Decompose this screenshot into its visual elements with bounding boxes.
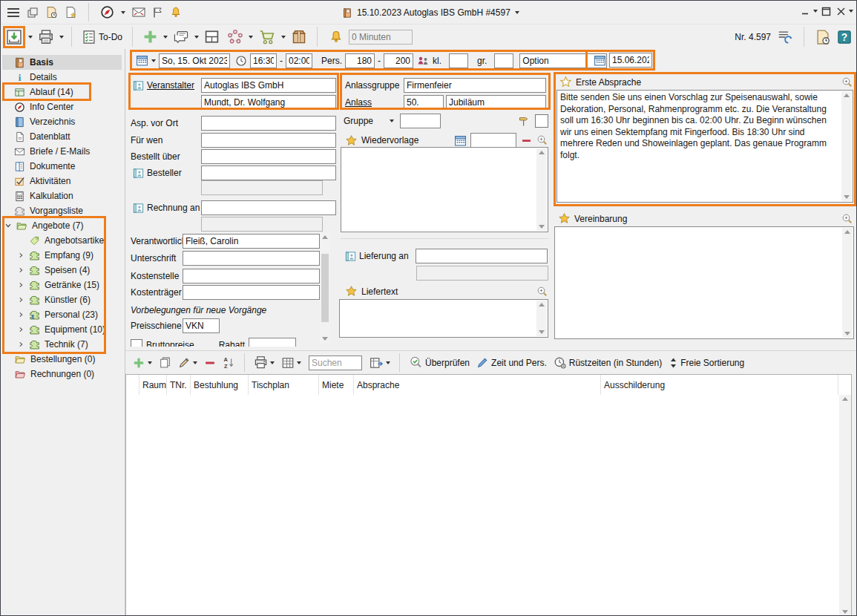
- contact-card-icon[interactable]: [345, 251, 356, 262]
- doc-history-icon[interactable]: [815, 29, 831, 45]
- chevron-right-icon[interactable]: [19, 312, 24, 318]
- gr-input[interactable]: [494, 53, 513, 68]
- magnifier-plus-icon[interactable]: [536, 134, 548, 146]
- preisschiene-input[interactable]: [183, 318, 220, 333]
- besteller-label[interactable]: Besteller: [147, 168, 201, 178]
- pers-from-input[interactable]: [345, 53, 375, 68]
- besteller-input[interactable]: [201, 166, 336, 180]
- kostentraeger-input[interactable]: [183, 285, 320, 300]
- chevron-right-icon[interactable]: [19, 252, 24, 258]
- package-button[interactable]: [289, 27, 309, 47]
- liefertext-textarea[interactable]: [339, 299, 548, 338]
- column-header-miete[interactable]: Miete: [319, 375, 354, 395]
- wiedervorlage-date-input[interactable]: [470, 133, 516, 148]
- anlass-input[interactable]: [446, 95, 546, 110]
- recent-doc-icon[interactable]: [45, 6, 58, 19]
- rechnung-label[interactable]: Rechnung an: [147, 203, 201, 213]
- favorite-doc-icon[interactable]: [65, 6, 77, 19]
- close-button[interactable]: [834, 4, 847, 18]
- event-date-input[interactable]: [159, 53, 230, 68]
- scroll-up-arrow[interactable]: [539, 151, 545, 154]
- scroll-up-arrow[interactable]: [842, 397, 848, 401]
- option-calendar-icon[interactable]: [594, 54, 606, 67]
- free-sort-button[interactable]: Freie Sortierung: [666, 355, 746, 370]
- calendar-icon[interactable]: [136, 54, 148, 67]
- sidebar-item-getraenke[interactable]: Getränke (15): [2, 278, 122, 292]
- scroll-up-arrow[interactable]: [322, 235, 328, 239]
- list-delete-button[interactable]: [202, 355, 218, 370]
- table-scrollbar[interactable]: [839, 395, 851, 616]
- list-add-button[interactable]: [130, 355, 154, 371]
- vereinbarung-scrollbar[interactable]: [842, 228, 853, 338]
- notes-dropdown-caret[interactable]: [194, 36, 199, 39]
- rabatt-input[interactable]: [249, 338, 296, 347]
- zeit-pers-button[interactable]: Zeit und Pers.: [474, 355, 549, 370]
- sidebar-item-dokumente[interactable]: Dokumente: [2, 159, 122, 174]
- restore-button[interactable]: [819, 4, 833, 18]
- sidebar-item-verzeichnis[interactable]: Verzeichnis: [2, 114, 122, 129]
- export-dropdown-caret[interactable]: [386, 361, 390, 364]
- contact-card-icon[interactable]: [133, 168, 144, 179]
- save-dropdown-caret[interactable]: [28, 36, 33, 39]
- add-dropdown-caret[interactable]: [163, 36, 168, 39]
- flag-icon[interactable]: [152, 7, 163, 19]
- magnifier-plus-icon[interactable]: [841, 76, 853, 88]
- column-header-bestuhlung[interactable]: Bestuhlung: [191, 375, 249, 395]
- liefertext-scrollbar[interactable]: [536, 301, 547, 336]
- print-dropdown-caret[interactable]: [270, 361, 275, 364]
- sidebar-item-rechnungen[interactable]: Rechnungen (0): [2, 367, 122, 381]
- chevron-right-icon[interactable]: [19, 297, 24, 303]
- fuerwen-input[interactable]: [201, 133, 336, 148]
- scroll-down-arrow[interactable]: [539, 330, 545, 334]
- calendar-dropdown-caret[interactable]: [151, 59, 156, 62]
- timer-bell-icon[interactable]: [329, 30, 343, 44]
- workflow-button[interactable]: [225, 27, 246, 47]
- wiedervorlage-textarea[interactable]: [341, 147, 548, 232]
- column-header-ausschilderung[interactable]: Ausschilderung: [601, 375, 838, 395]
- timer-input[interactable]: [349, 30, 413, 45]
- navigator-dropdown-caret[interactable]: [121, 11, 125, 14]
- check-button[interactable]: Überprüfen: [407, 354, 472, 371]
- refresh-list-icon[interactable]: [777, 29, 793, 45]
- magnifier-plus-icon[interactable]: [841, 213, 853, 225]
- left-panel-scrollbar[interactable]: [320, 233, 330, 343]
- minimize-dropdown-caret[interactable]: [813, 10, 818, 13]
- close-dropdown-caret[interactable]: [849, 10, 853, 13]
- sidebar-item-ablauf[interactable]: Ablauf (14): [2, 85, 122, 99]
- sidebar-item-empfang[interactable]: Empfang (9): [2, 248, 122, 263]
- navigator-compass-icon[interactable]: [100, 5, 114, 19]
- asp-input[interactable]: [201, 116, 336, 131]
- chevron-right-icon[interactable]: [19, 282, 24, 288]
- magnifier-plus-icon[interactable]: [536, 286, 548, 298]
- scroll-down-arrow[interactable]: [844, 332, 850, 335]
- rechnung-input[interactable]: [201, 200, 336, 215]
- gruppe-input[interactable]: [400, 114, 441, 128]
- kostenstelle-input[interactable]: [183, 269, 320, 284]
- save-button[interactable]: [3, 26, 25, 48]
- ruestzeiten-button[interactable]: Rüstzeiten (in Stunden): [551, 355, 664, 371]
- sidebar-item-kalkulation[interactable]: Kalkulation: [2, 189, 122, 203]
- scroll-down-arrow[interactable]: [322, 337, 328, 341]
- table-body[interactable]: [126, 395, 851, 616]
- print-dropdown-caret[interactable]: [59, 36, 64, 39]
- chevron-right-icon[interactable]: [19, 327, 24, 332]
- veranstalter-company-input[interactable]: [201, 78, 336, 93]
- sidebar-item-technik[interactable]: Technik (7): [2, 337, 122, 352]
- sidebar-item-angebotsartikel[interactable]: Angebotsartikel: [2, 233, 122, 248]
- scroll-up-arrow[interactable]: [844, 230, 850, 234]
- list-print-button[interactable]: [252, 354, 277, 371]
- scroll-up-arrow[interactable]: [539, 303, 545, 307]
- todo-button[interactable]: To-Do: [79, 28, 125, 46]
- list-edit-button[interactable]: [176, 355, 200, 370]
- bestellt-input[interactable]: [201, 149, 336, 164]
- anlass-label[interactable]: Anlass: [345, 97, 404, 108]
- chevron-right-icon[interactable]: [19, 267, 24, 273]
- anlass-number-input[interactable]: [404, 95, 444, 110]
- add-dropdown-caret[interactable]: [148, 361, 152, 364]
- print-button[interactable]: [36, 27, 56, 47]
- sidebar-item-details[interactable]: i Details: [2, 70, 122, 85]
- column-header-tnr[interactable]: TNr.: [167, 375, 191, 395]
- view-dropdown-caret[interactable]: [297, 361, 301, 364]
- bell-icon[interactable]: [170, 6, 182, 19]
- column-header-tischplan[interactable]: Tischplan: [249, 375, 319, 395]
